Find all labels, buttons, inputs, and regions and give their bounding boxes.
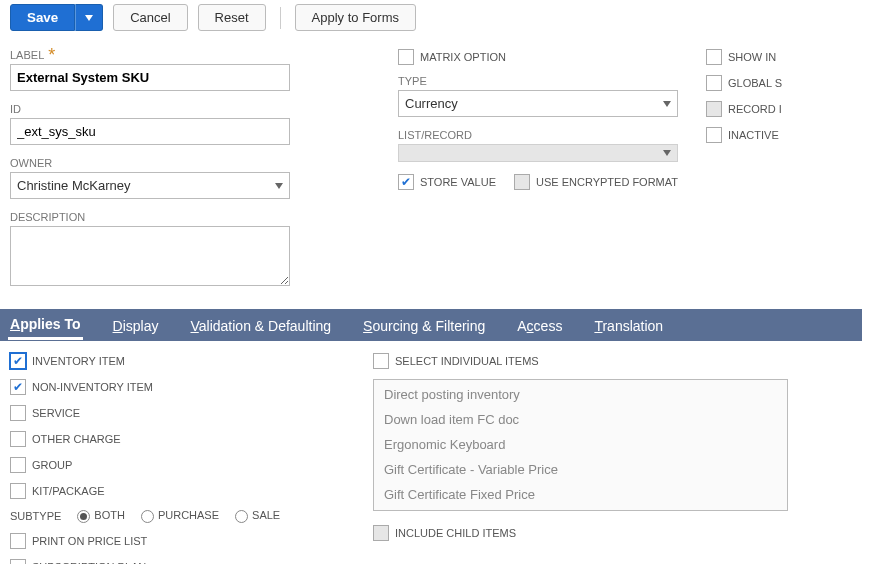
- inventory-item-label: INVENTORY ITEM: [32, 355, 125, 367]
- radio-both[interactable]: [77, 510, 90, 523]
- form-column-1: LABEL * ID OWNER Christine McKarney DESC…: [10, 49, 390, 301]
- toolbar: Save Cancel Reset Apply to Forms: [0, 0, 874, 35]
- use-encrypted-field: USE ENCRYPTED FORMAT: [514, 174, 678, 190]
- individual-items-list[interactable]: Direct posting inventory Down load item …: [373, 379, 788, 511]
- subtype-both-option[interactable]: BOTH: [77, 509, 125, 523]
- matrix-option-label: MATRIX OPTION: [420, 51, 506, 63]
- applies-left-column: INVENTORY ITEM NON-INVENTORY ITEM SERVIC…: [10, 353, 365, 564]
- save-button[interactable]: Save: [10, 4, 75, 31]
- save-dropdown-button[interactable]: [75, 4, 103, 31]
- record-label: RECORD I: [728, 103, 782, 115]
- print-price-field: PRINT ON PRICE LIST: [10, 533, 365, 549]
- id-input[interactable]: [10, 118, 290, 145]
- record-checkbox: [706, 101, 722, 117]
- type-select[interactable]: Currency: [398, 90, 678, 117]
- use-encrypted-label: USE ENCRYPTED FORMAT: [536, 176, 678, 188]
- id-field-label: ID: [10, 103, 390, 115]
- list-record-label: LIST/RECORD: [398, 129, 698, 141]
- subtype-label: SUBTYPE: [10, 510, 61, 522]
- group-label: GROUP: [32, 459, 72, 471]
- chevron-down-icon: [663, 150, 671, 156]
- print-price-checkbox[interactable]: [10, 533, 26, 549]
- tab-display[interactable]: Display: [111, 312, 161, 339]
- show-in-field: SHOW IN: [706, 49, 866, 65]
- chevron-down-icon: [275, 183, 283, 189]
- other-charge-label: OTHER CHARGE: [32, 433, 121, 445]
- global-label: GLOBAL S: [728, 77, 782, 89]
- applies-to-panel: INVENTORY ITEM NON-INVENTORY ITEM SERVIC…: [0, 353, 874, 564]
- reset-button[interactable]: Reset: [198, 4, 266, 31]
- subscription-plan-checkbox[interactable]: [10, 559, 26, 564]
- other-charge-checkbox[interactable]: [10, 431, 26, 447]
- type-field-label: TYPE: [398, 75, 698, 87]
- apply-to-forms-button[interactable]: Apply to Forms: [295, 4, 416, 31]
- tab-translation[interactable]: Translation: [592, 312, 665, 339]
- list-item[interactable]: Gift Certificate Fixed Price: [378, 482, 783, 507]
- cancel-button[interactable]: Cancel: [113, 4, 187, 31]
- noninventory-item-label: NON-INVENTORY ITEM: [32, 381, 153, 393]
- service-field: SERVICE: [10, 405, 365, 421]
- label-input[interactable]: [10, 64, 290, 91]
- subtype-purchase-option[interactable]: PURCHASE: [141, 509, 219, 523]
- applies-right-column: SELECT INDIVIDUAL ITEMS Direct posting i…: [373, 353, 864, 564]
- tab-applies-to[interactable]: Applies To: [8, 310, 83, 340]
- type-field: TYPE Currency: [398, 75, 698, 117]
- matrix-option-field: MATRIX OPTION: [398, 49, 698, 65]
- subtype-row: SUBTYPE BOTH PURCHASE SALE: [10, 509, 365, 523]
- tab-access[interactable]: Access: [515, 312, 564, 339]
- use-encrypted-checkbox: [514, 174, 530, 190]
- label-text: LABEL: [10, 49, 44, 61]
- radio-sale[interactable]: [235, 510, 248, 523]
- tab-sourcing[interactable]: Sourcing & Filtering: [361, 312, 487, 339]
- store-value-field: STORE VALUE: [398, 174, 496, 190]
- store-value-checkbox[interactable]: [398, 174, 414, 190]
- store-value-label: STORE VALUE: [420, 176, 496, 188]
- label-field-label: LABEL *: [10, 49, 390, 61]
- save-button-group: Save: [10, 4, 103, 31]
- inventory-item-field: INVENTORY ITEM: [10, 353, 365, 369]
- matrix-option-checkbox[interactable]: [398, 49, 414, 65]
- show-in-checkbox[interactable]: [706, 49, 722, 65]
- form-column-2: MATRIX OPTION TYPE Currency LIST/RECORD …: [398, 49, 698, 301]
- list-item[interactable]: Down load item FC doc: [378, 407, 783, 432]
- select-individual-label: SELECT INDIVIDUAL ITEMS: [395, 355, 539, 367]
- include-child-label: INCLUDE CHILD ITEMS: [395, 527, 516, 539]
- tab-validation[interactable]: Validation & Defaulting: [188, 312, 333, 339]
- select-individual-field: SELECT INDIVIDUAL ITEMS: [373, 353, 864, 369]
- show-in-label: SHOW IN: [728, 51, 776, 63]
- service-checkbox[interactable]: [10, 405, 26, 421]
- group-checkbox[interactable]: [10, 457, 26, 473]
- select-individual-checkbox[interactable]: [373, 353, 389, 369]
- include-child-checkbox: [373, 525, 389, 541]
- form-column-3: SHOW IN GLOBAL S RECORD I INACTIVE: [706, 49, 866, 301]
- owner-field-label: OWNER: [10, 157, 390, 169]
- inactive-checkbox[interactable]: [706, 127, 722, 143]
- print-price-label: PRINT ON PRICE LIST: [32, 535, 147, 547]
- group-field: GROUP: [10, 457, 365, 473]
- list-item[interactable]: Ergonomic Keyboard: [378, 432, 783, 457]
- noninventory-item-checkbox[interactable]: [10, 379, 26, 395]
- list-item[interactable]: Direct posting inventory: [378, 382, 783, 407]
- radio-purchase[interactable]: [141, 510, 154, 523]
- chevron-down-icon: [85, 15, 93, 21]
- main-form: LABEL * ID OWNER Christine McKarney DESC…: [0, 35, 874, 309]
- inactive-field: INACTIVE: [706, 127, 866, 143]
- global-field: GLOBAL S: [706, 75, 866, 91]
- id-field: ID: [10, 103, 390, 145]
- record-field: RECORD I: [706, 101, 866, 117]
- store-value-row: STORE VALUE USE ENCRYPTED FORMAT: [398, 174, 698, 200]
- inventory-item-checkbox[interactable]: [10, 353, 26, 369]
- owner-select[interactable]: Christine McKarney: [10, 172, 290, 199]
- chevron-down-icon: [663, 101, 671, 107]
- required-asterisk: *: [48, 51, 55, 59]
- list-item[interactable]: Gift Certificate - Variable Price: [378, 457, 783, 482]
- subtype-sale-option[interactable]: SALE: [235, 509, 280, 523]
- global-checkbox[interactable]: [706, 75, 722, 91]
- description-textarea[interactable]: [10, 226, 290, 286]
- other-charge-field: OTHER CHARGE: [10, 431, 365, 447]
- kit-package-label: KIT/PACKAGE: [32, 485, 105, 497]
- service-label: SERVICE: [32, 407, 80, 419]
- inactive-label: INACTIVE: [728, 129, 779, 141]
- kit-package-checkbox[interactable]: [10, 483, 26, 499]
- kit-package-field: KIT/PACKAGE: [10, 483, 365, 499]
